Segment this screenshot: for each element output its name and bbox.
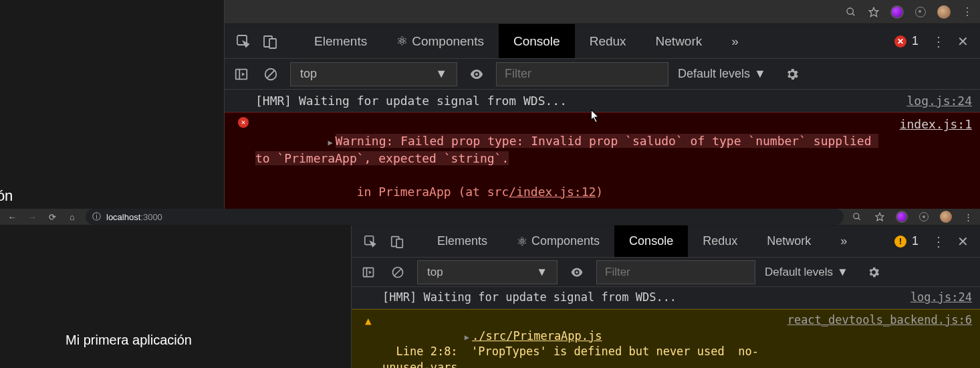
tab-redux[interactable]: Redux	[575, 24, 641, 58]
tab-console[interactable]: Console	[499, 24, 575, 58]
live-expression-icon[interactable]	[467, 64, 487, 84]
devtools-menu-icon[interactable]: ⋮	[927, 33, 951, 50]
browser-menu-icon[interactable]: ⋮	[961, 212, 975, 222]
chevron-down-icon: ▼	[435, 67, 447, 81]
console-sidebar-toggle-icon[interactable]	[231, 64, 251, 84]
tab-elements[interactable]: Elements	[422, 225, 502, 257]
svg-rect-17	[364, 268, 374, 276]
console-settings-icon[interactable]	[867, 266, 887, 279]
clear-console-icon[interactable]	[388, 262, 408, 282]
chevron-down-icon: ▼	[754, 67, 766, 81]
back-icon[interactable]: ←	[5, 212, 19, 222]
source-link[interactable]: log.js:24	[893, 92, 972, 109]
console-output: [HMR] Waiting for update signal from WDS…	[225, 90, 980, 209]
console-settings-icon[interactable]	[785, 67, 805, 82]
clear-console-icon[interactable]	[261, 64, 281, 84]
console-toolbar: top▼ Default levels ▼	[225, 59, 980, 90]
reload-icon[interactable]: ⟳	[45, 212, 59, 222]
truncated-text: ión	[0, 187, 13, 205]
console-warning-row[interactable]: ▲ ▶./src/PrimeraApp.js Line 2:8: 'PropTy…	[352, 309, 980, 368]
error-count-badge[interactable]: ✕ 1	[894, 34, 927, 48]
star-icon[interactable]	[868, 6, 880, 18]
console-log-row[interactable]: [HMR] Waiting for update signal from WDS…	[225, 90, 980, 112]
devtools-close-icon[interactable]: ✕	[951, 33, 975, 50]
browser-address-bar: ← → ⟳ ⌂ ⓘ localhost:3000 ⋮	[0, 209, 980, 225]
source-link[interactable]: index.js:1	[886, 116, 972, 209]
profile-avatar[interactable]	[937, 5, 951, 19]
home-icon[interactable]: ⌂	[66, 212, 79, 222]
svg-marker-13	[876, 213, 884, 221]
svg-line-1	[852, 13, 854, 15]
tab-overflow[interactable]: »	[826, 225, 862, 257]
react-icon: ⚛	[396, 33, 408, 49]
expand-triangle-icon[interactable]: ▶	[465, 333, 469, 342]
console-output: [HMR] Waiting for update signal from WDS…	[352, 287, 980, 368]
forward-icon[interactable]: →	[25, 212, 39, 222]
target-icon[interactable]	[917, 212, 931, 221]
console-filter-input[interactable]	[496, 62, 668, 86]
target-icon[interactable]	[914, 6, 927, 18]
warning-triangle-icon: ▲	[365, 314, 372, 329]
browser-toolbar-right: ⋮	[225, 0, 980, 24]
chevron-down-icon: ▼	[536, 266, 547, 279]
execution-context-select[interactable]: top▼	[290, 62, 457, 86]
svg-rect-6	[236, 69, 247, 79]
extension-badge-purple[interactable]	[890, 5, 904, 19]
execution-context-select[interactable]: top▼	[417, 260, 558, 284]
live-expression-icon[interactable]	[567, 262, 587, 282]
error-dot-icon: ✕	[238, 117, 249, 128]
omnibox[interactable]: ⓘ localhost:3000	[86, 209, 844, 225]
warning-count-badge[interactable]: ! 1	[894, 234, 927, 248]
extension-badge-purple[interactable]	[896, 211, 908, 223]
svg-marker-2	[869, 7, 878, 16]
tab-network[interactable]: Network	[641, 24, 717, 58]
tab-components[interactable]: ⚛Components	[502, 225, 614, 257]
react-icon: ⚛	[517, 234, 527, 249]
error-circle-icon: ✕	[894, 35, 906, 48]
devtools-menu-icon[interactable]: ⋮	[927, 234, 951, 250]
console-toolbar: top▼ Default levels ▼	[352, 258, 980, 287]
device-toolbar-icon[interactable]	[384, 228, 410, 255]
tab-components[interactable]: ⚛Components	[382, 24, 499, 58]
tab-overflow[interactable]: »	[717, 24, 753, 58]
tab-console[interactable]: Console	[614, 225, 688, 257]
app-heading: Mi primera aplicación	[66, 333, 192, 348]
zoom-icon[interactable]	[850, 212, 864, 221]
lower-devtools: Elements ⚛Components Console Redux Netwo…	[351, 225, 980, 368]
svg-line-20	[394, 269, 401, 276]
svg-line-9	[267, 70, 275, 78]
console-error-row[interactable]: ✕ ▶Warning: Failed prop type: Invalid pr…	[225, 112, 980, 209]
devtools-tabbar: Elements ⚛Components Console Redux Netwo…	[352, 225, 980, 258]
devtools-tabbar: Elements ⚛Components Console Redux Netwo…	[225, 24, 980, 59]
tab-redux[interactable]: Redux	[688, 225, 752, 257]
source-link[interactable]: log.js:24	[897, 290, 972, 306]
inspect-element-icon[interactable]	[230, 28, 257, 55]
app-viewport: Mi primera aplicación	[0, 225, 351, 368]
svg-point-0	[847, 8, 853, 14]
console-log-row[interactable]: [HMR] Waiting for update signal from WDS…	[352, 287, 980, 309]
upper-app-viewport: ión	[0, 0, 224, 209]
console-sidebar-toggle-icon[interactable]	[358, 262, 378, 282]
log-levels-select[interactable]: Default levels ▼	[765, 266, 848, 279]
devtools-close-icon[interactable]: ✕	[951, 234, 975, 250]
inspect-element-icon[interactable]	[357, 228, 384, 255]
svg-line-12	[858, 218, 860, 220]
svg-rect-5	[269, 39, 276, 48]
log-levels-select[interactable]: Default levels ▼	[678, 67, 766, 81]
source-link[interactable]: react_devtools_backend.js:6	[774, 312, 972, 368]
zoom-icon[interactable]	[845, 6, 857, 18]
tab-network[interactable]: Network	[752, 225, 826, 257]
upper-devtools: ⋮ Elements ⚛Components Console Redux Net…	[224, 0, 980, 209]
svg-point-21	[576, 271, 578, 274]
profile-avatar[interactable]	[940, 211, 952, 223]
browser-menu-icon[interactable]: ⋮	[961, 6, 973, 18]
chevron-down-icon: ▼	[837, 266, 848, 279]
console-filter-input[interactable]	[596, 260, 755, 284]
svg-rect-16	[396, 239, 402, 248]
device-toolbar-icon[interactable]	[257, 28, 283, 55]
svg-point-10	[475, 73, 478, 76]
expand-triangle-icon[interactable]: ▶	[328, 138, 332, 147]
tab-elements[interactable]: Elements	[299, 24, 382, 58]
site-info-icon[interactable]: ⓘ	[92, 211, 101, 223]
star-icon[interactable]	[873, 212, 886, 221]
